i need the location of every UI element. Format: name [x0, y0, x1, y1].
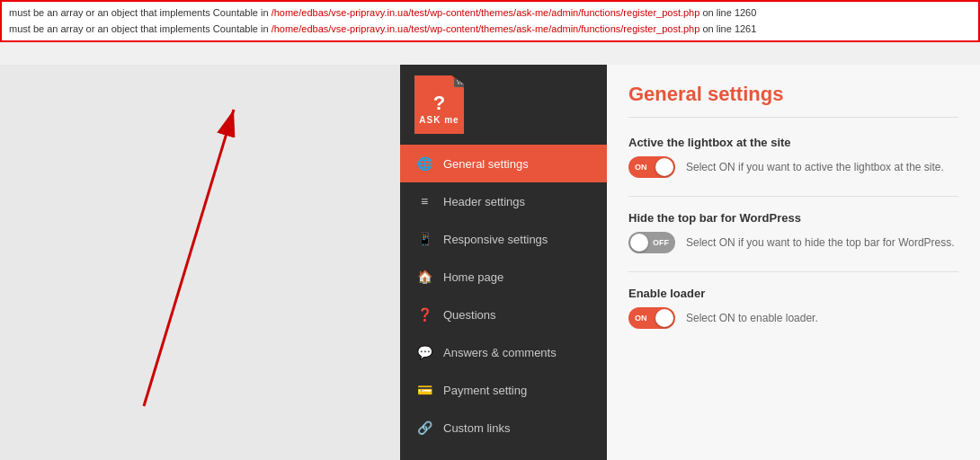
- sidebar-item-header-settings[interactable]: ≡ Header settings: [400, 182, 607, 220]
- error-line-1: must be an array or an object that imple…: [9, 5, 971, 22]
- error-prefix-1: must be an array or an object that imple…: [9, 7, 272, 18]
- page-title: General settings: [628, 83, 958, 118]
- setting-desc-top-bar: Select ON if you want to hide the top ba…: [686, 236, 955, 249]
- divider-2: [628, 271, 958, 272]
- toggle-on-text-loader: ON: [635, 314, 647, 323]
- sidebar-item-label-custom-links: Custom links: [443, 421, 591, 435]
- setting-top-bar: Hide the top bar for WordPress ON OFF Se…: [628, 211, 958, 253]
- wp-badge: WP: [454, 77, 471, 87]
- logo-icon: WP ? ASK me: [414, 75, 473, 134]
- logo-area: WP ? ASK me: [400, 65, 607, 145]
- sidebar-item-general-settings[interactable]: 🌐 General settings: [400, 145, 607, 182]
- sidebar-item-label-header-settings: Header settings: [443, 195, 591, 208]
- toggle-loader[interactable]: ON OFF: [628, 307, 675, 329]
- setting-desc-loader: Select ON to enable loader.: [686, 312, 818, 324]
- sidebar-item-label-answers-comments: Answers & comments: [443, 346, 591, 359]
- sidebar-item-label-questions: Questions: [443, 308, 591, 322]
- toggle-on-text-lightbox: ON: [635, 163, 647, 172]
- toggle-top-bar[interactable]: ON OFF: [628, 232, 675, 253]
- divider-1: [628, 196, 958, 197]
- setting-loader: Enable loader ON OFF Select ON to enable…: [628, 287, 958, 329]
- error-prefix-2: must be an array or an object that imple…: [9, 23, 272, 34]
- error-suffix-2: on line 1261: [699, 23, 756, 34]
- left-blank-area: [0, 65, 400, 460]
- toggle-lightbox[interactable]: ON OFF: [628, 156, 675, 178]
- logo-question-mark: ?: [433, 92, 445, 115]
- setting-label-loader: Enable loader: [628, 287, 958, 300]
- link-icon: 🔗: [416, 420, 432, 436]
- sidebar-item-custom-links[interactable]: 🔗 Custom links: [400, 409, 607, 447]
- setting-lightbox: Active the lightbox at the site ON OFF S…: [628, 136, 958, 178]
- sidebar-item-label-payment-setting: Payment setting: [443, 384, 591, 397]
- toggle-knob-top-bar: [630, 234, 648, 252]
- error-bar: must be an array or an object that imple…: [0, 0, 980, 42]
- logo-ask-text: ASK me: [419, 115, 459, 125]
- svg-line-1: [144, 110, 234, 406]
- sidebar-item-payment-setting[interactable]: 💳 Payment setting: [400, 371, 607, 409]
- question-icon: ❓: [416, 306, 432, 323]
- setting-label-lightbox: Active the lightbox at the site: [628, 136, 958, 149]
- menu-icon: ≡: [416, 193, 432, 209]
- sidebar-item-label-responsive-settings: Responsive settings: [443, 233, 591, 246]
- logo-document: WP ? ASK me: [414, 75, 464, 134]
- toggle-off-text-top-bar: OFF: [653, 238, 669, 247]
- sidebar-item-answers-comments[interactable]: 💬 Answers & comments: [400, 333, 607, 371]
- setting-control-loader: ON OFF Select ON to enable loader.: [628, 307, 958, 329]
- sidebar: WP ? ASK me 🌐 General settings ≡ Header …: [400, 65, 607, 460]
- error-path-1: /home/edbas/vse-pripravy.in.ua/test/wp-c…: [272, 7, 700, 18]
- error-path-2: /home/edbas/vse-pripravy.in.ua/test/wp-c…: [272, 23, 700, 34]
- arrow-annotation: [0, 65, 400, 460]
- mobile-icon: 📱: [416, 231, 432, 247]
- sidebar-item-label-general-settings: General settings: [443, 157, 591, 171]
- toggle-knob-lightbox: [655, 158, 673, 176]
- error-line-2: must be an array or an object that imple…: [9, 22, 971, 38]
- chat-icon: 💬: [416, 344, 432, 360]
- sidebar-item-responsive-settings[interactable]: 📱 Responsive settings: [400, 220, 607, 258]
- toggle-knob-loader: [655, 309, 673, 327]
- globe-icon: 🌐: [416, 155, 432, 172]
- sidebar-item-home-page[interactable]: 🏠 Home page: [400, 258, 607, 296]
- setting-label-top-bar: Hide the top bar for WordPress: [628, 211, 958, 225]
- setting-control-top-bar: ON OFF Select ON if you want to hide the…: [628, 232, 958, 253]
- sidebar-item-label-home-page: Home page: [443, 270, 591, 284]
- content-area: General settings Active the lightbox at …: [607, 65, 980, 460]
- main-area: WP ? ASK me 🌐 General settings ≡ Header …: [0, 65, 980, 460]
- setting-control-lightbox: ON OFF Select ON if you want to active t…: [628, 156, 958, 178]
- setting-desc-lightbox: Select ON if you want to active the ligh…: [686, 161, 944, 173]
- payment-icon: 💳: [416, 382, 432, 398]
- home-icon: 🏠: [416, 269, 432, 285]
- error-suffix-1: on line 1260: [699, 7, 756, 18]
- sidebar-item-questions[interactable]: ❓ Questions: [400, 296, 607, 333]
